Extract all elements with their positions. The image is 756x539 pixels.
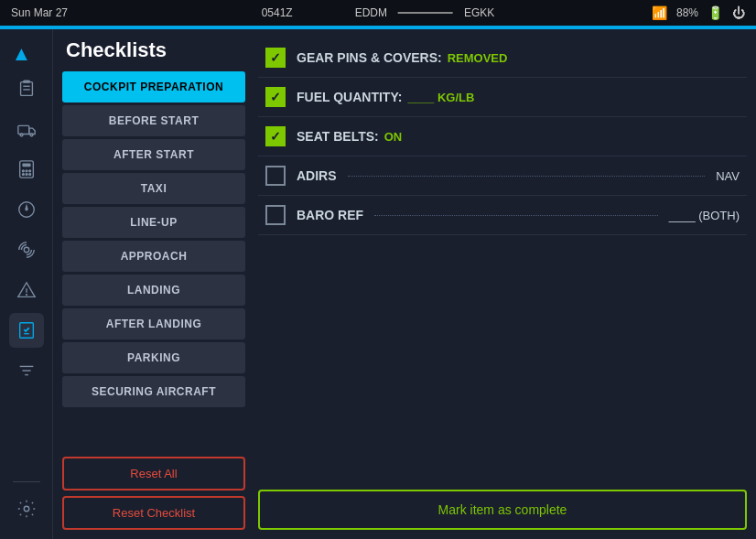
checkbox-fuel-quantity[interactable] [265, 87, 286, 107]
sidebar-icon-calculator[interactable] [9, 152, 44, 187]
sidebar-icon-checklist[interactable] [9, 313, 44, 348]
item-text-gear-pins: GEAR PINS & COVERS: REMOVED [297, 50, 740, 65]
items-spacer [258, 235, 747, 490]
svg-point-12 [28, 170, 30, 172]
item-value-gear-pins: REMOVED [448, 51, 508, 65]
checklist-btn-after-start[interactable]: AFTER START [62, 139, 245, 170]
item-label-seat-belts: SEAT BELTS: [297, 129, 379, 144]
reset-checklist-button[interactable]: Reset Checklist [62, 496, 245, 530]
checklist-btn-taxi[interactable]: TAXI [62, 173, 245, 204]
svg-point-6 [20, 134, 23, 136]
panel-title: Checklists [62, 38, 245, 62]
main-layout: ▲ [0, 29, 756, 539]
sidebar-icon-compass[interactable] [9, 192, 44, 227]
svg-point-27 [24, 506, 29, 512]
svg-point-21 [26, 295, 27, 296]
sidebar-icon-warning[interactable] [9, 273, 44, 307]
checklist-btn-landing[interactable]: LANDING [62, 275, 245, 306]
svg-point-14 [26, 174, 27, 176]
svg-rect-5 [17, 125, 28, 134]
time-display: 0541Z [262, 6, 293, 19]
icon-sidebar: ▲ [0, 29, 53, 539]
checklist-btn-parking[interactable]: PARKING [62, 342, 245, 373]
checklist-bottom: Reset All Reset Checklist [62, 447, 245, 530]
item-label-adirs: ADIRS [297, 168, 337, 183]
checklist-item-fuel-quantity: FUEL QUANTITY: ____ KG/LB [258, 78, 747, 117]
svg-point-15 [28, 174, 30, 176]
checkbox-baro-ref[interactable] [265, 205, 286, 225]
svg-rect-9 [22, 164, 30, 167]
date-display: Sun Mar 27 [11, 6, 68, 19]
item-dots-adirs [348, 176, 706, 177]
item-dots-baro-ref [374, 215, 658, 216]
reset-all-button[interactable]: Reset All [62, 457, 245, 490]
item-value-seat-belts: ON [384, 130, 403, 144]
app-logo: ▲ [12, 42, 32, 66]
mark-complete-button[interactable]: Mark item as complete [258, 490, 747, 530]
item-label-baro-ref: BARO REF [297, 208, 363, 222]
item-value-baro-ref: ____ (BOTH) [669, 209, 740, 222]
sidebar-icon-settings[interactable] [9, 491, 44, 526]
checklist-btn-securing-aircraft[interactable]: SECURING AIRCRAFT [62, 376, 245, 407]
checkbox-gear-pins[interactable] [265, 48, 286, 68]
checklist-btn-approach[interactable]: APPROACH [62, 241, 245, 272]
svg-point-13 [22, 174, 24, 176]
svg-marker-17 [25, 204, 28, 211]
svg-point-18 [24, 247, 29, 253]
sidebar-icon-radio[interactable] [9, 232, 44, 267]
battery-icon: 🔋 [707, 5, 723, 20]
svg-point-7 [30, 134, 33, 136]
top-bar: Sun Mar 27 0541Z EDDM EGKK 📶 88% 🔋 ⏻ [0, 0, 756, 26]
svg-point-11 [26, 170, 27, 172]
svg-rect-1 [20, 82, 32, 96]
checklist-item-baro-ref: BARO REF ____ (BOTH) [258, 196, 747, 235]
top-bar-right: 📶 88% 🔋 ⏻ [652, 5, 745, 20]
origin-display: EDDM [355, 6, 387, 19]
item-text-seat-belts: SEAT BELTS: ON [297, 129, 740, 144]
content-area: Checklists COCKPIT PREPARATION BEFORE ST… [53, 29, 756, 539]
item-text-fuel-quantity: FUEL QUANTITY: ____ KG/LB [297, 90, 740, 104]
sidebar-divider [13, 481, 40, 482]
checkbox-seat-belts[interactable] [265, 126, 286, 146]
svg-point-10 [22, 170, 24, 172]
sidebar-icon-filter[interactable] [9, 353, 44, 388]
route-line [398, 12, 453, 14]
checklist-panel: Checklists COCKPIT PREPARATION BEFORE ST… [62, 38, 245, 530]
svg-rect-2 [23, 81, 29, 83]
wifi-icon: 📶 [652, 5, 667, 20]
battery-display: 88% [676, 6, 698, 19]
checklist-item-seat-belts: SEAT BELTS: ON [258, 117, 747, 156]
sidebar-icon-clipboard[interactable] [9, 71, 44, 106]
checklist-item-gear-pins: GEAR PINS & COVERS: REMOVED [258, 38, 747, 78]
sidebar-icon-truck[interactable] [9, 112, 44, 146]
item-value-fuel-quantity: ____ KG/LB [407, 91, 474, 104]
item-label-fuel-quantity: FUEL QUANTITY: [297, 90, 402, 104]
item-text-adirs: ADIRS NAV [297, 168, 740, 183]
icon-sidebar-bottom [9, 478, 44, 539]
item-value-adirs: NAV [716, 169, 740, 183]
checklist-btn-after-landing[interactable]: AFTER LANDING [62, 308, 245, 340]
checklist-btn-before-start[interactable]: BEFORE START [62, 105, 245, 136]
checklist-items-area: GEAR PINS & COVERS: REMOVED FUEL QUANTIT… [254, 38, 747, 530]
destination-display: EGKK [464, 6, 494, 19]
checklist-btn-cockpit-preparation[interactable]: COCKPIT PREPARATION [62, 71, 245, 102]
checkbox-adirs[interactable] [265, 166, 286, 186]
checklist-btn-line-up[interactable]: LINE-UP [62, 207, 245, 238]
checklist-item-adirs: ADIRS NAV [258, 156, 747, 196]
power-icon[interactable]: ⏻ [732, 5, 745, 20]
item-text-baro-ref: BARO REF ____ (BOTH) [297, 208, 740, 222]
item-label-gear-pins: GEAR PINS & COVERS: [297, 50, 442, 65]
